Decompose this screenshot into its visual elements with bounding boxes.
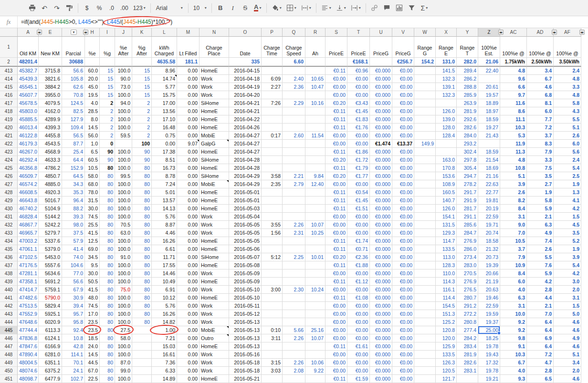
cell-M443[interactable]: 0.00 [177,310,200,318]
cell-P423[interactable] [262,148,283,156]
cell-T421[interactable]: €0.00 [347,132,370,140]
cell-U435[interactable]: €0.000 [370,245,392,253]
cell-Z414[interactable] [478,75,500,83]
cell-J428[interactable]: 100.0 [115,188,132,197]
cell-Q434[interactable] [283,237,305,245]
cell-J426[interactable]: 99.5 [115,172,132,180]
cell-R442[interactable] [305,302,326,310]
row-number-448[interactable]: 448 [0,351,18,359]
cell-O441[interactable]: 2016-05-10 [229,294,262,302]
cell-L415[interactable]: 5.77 [152,83,177,91]
cell-V417[interactable]: €0.00 [392,99,414,107]
cell-H442[interactable]: 74.5 [85,302,100,310]
cell-V427[interactable]: €0.00 [392,180,414,188]
cell-W437[interactable] [414,261,436,269]
cell-AF415[interactable]: 3.3 [554,83,581,91]
cell-AC430[interactable]: 8.4 [500,205,527,213]
cell-E432[interactable]: 5242.2 [39,221,62,229]
column-header-R[interactable]: R [305,28,326,37]
row-number-445[interactable]: 445 [0,326,18,334]
format-currency-button[interactable]: $ [81,2,93,14]
cell-O415[interactable]: 2016-04-19 [229,83,262,91]
cell-E451[interactable]: 6477.9 [39,375,62,383]
cell-AF413[interactable]: 2.4 [554,67,581,75]
cell-P446[interactable]: 3:11 [262,334,283,342]
cell-Q424[interactable] [283,156,305,164]
cell-N427[interactable]: MobiE [200,180,229,188]
cell-A440[interactable]: 47414.7 [18,286,39,294]
cell-W424[interactable] [414,156,436,164]
cell-N428[interactable]: HomeE [200,188,229,197]
cell-AD2[interactable]: 2.50kWh [527,58,554,67]
cell-Y423[interactable]: 302.4 [457,148,478,156]
cell-AF448[interactable]: 5.1 [554,351,581,359]
cell-AD418[interactable]: 6.0 [527,107,554,115]
cell-O425[interactable]: 2016-04-28 [229,164,262,172]
header-cell-J1[interactable]: %e After [115,37,132,58]
cell-S438[interactable]: €0.00 [326,269,347,278]
cell-U425[interactable]: €0.000 [370,164,392,172]
cell-J449[interactable]: 87.0 [115,359,132,367]
cell-G429[interactable]: 96.4 [62,197,85,205]
cell-N435[interactable]: HomeE [200,245,229,253]
cell-M449[interactable]: 0.00 [177,359,200,367]
cell-Z438[interactable]: 20.66 [478,269,500,278]
cell-AD436[interactable]: 5.5 [527,253,554,261]
cell-S429[interactable]: €0.11 [326,197,347,205]
cell-K442[interactable]: 80 [132,302,152,310]
cell-R432[interactable]: 10.07 [305,221,326,229]
cell-G449[interactable]: 70.1 [62,359,85,367]
cell-Q414[interactable]: 2.40 [283,75,305,83]
cell-E415[interactable]: 3884.2 [39,83,62,91]
cell-I443[interactable]: 80 [100,310,115,318]
cell-AD440[interactable]: 2.8 [527,286,554,294]
format-percent-button[interactable]: % [94,2,105,14]
formula-text[interactable]: =if(and(J445-H445>0, L445<>""), L445/(J4… [18,16,588,28]
cell-P450[interactable]: 3:03 [262,367,283,375]
cell-S449[interactable]: €0.00 [326,359,347,367]
cell-K416[interactable]: 15 [132,91,152,99]
cell-H415[interactable]: 45.0 [85,83,100,91]
cell-Y413[interactable]: 289.4 [457,67,478,75]
cell-L414[interactable]: 14.74 [152,75,177,83]
cell-AF427[interactable]: 1.9 [554,180,581,188]
cell-N413[interactable]: HomeE [200,67,229,75]
cell-AF445[interactable]: 4.6 [554,326,581,334]
cell-AF451[interactable]: 4.6 [554,375,581,383]
cell-AD427[interactable]: 2.7 [527,180,554,188]
cell-J445[interactable]: 27.5 [115,326,132,334]
cell-W436[interactable] [414,253,436,261]
cell-G413[interactable]: 56.6 [62,67,85,75]
cell-W446[interactable] [414,334,436,342]
cell-H416[interactable]: 19.5 [85,91,100,99]
cell-AC439[interactable]: 6.0 [500,278,527,286]
cell-H434[interactable]: 12.5 [85,237,100,245]
cell-M421[interactable]: 0.00 [177,132,200,140]
cell-T438[interactable]: €0.00 [347,269,370,278]
cell-X414[interactable]: 132.3 [436,75,457,83]
cell-X448[interactable]: 133.5 [436,351,457,359]
cell-G425[interactable]: 152.9 [62,164,85,172]
cell-Y416[interactable]: 285.9 [457,91,478,99]
cell-E448[interactable]: 6281.0 [39,351,62,359]
cell-U2[interactable] [370,58,392,67]
cell-Z418[interactable]: 18.97 [478,107,500,115]
cell-N414[interactable]: Work [200,75,229,83]
cell-O445[interactable]: 2016-05-13 [229,326,262,334]
cell-Z417[interactable]: 18.89 [478,99,500,107]
cell-AD448[interactable]: 7.2 [527,351,554,359]
cell-E434[interactable]: 5337.6 [39,237,62,245]
cell-E438[interactable]: 5634.6 [39,269,62,278]
row-number-417[interactable]: 417 [0,99,18,107]
cell-Y450[interactable]: 283.1 [457,367,478,375]
cell-G422[interactable]: 87.7 [62,140,85,148]
cell-V447[interactable]: €0.00 [392,342,414,351]
cell-V442[interactable]: €0.00 [392,302,414,310]
cell-H420[interactable]: 14.5 [85,124,100,132]
cell-V429[interactable]: €0.00 [392,197,414,205]
cell-Q432[interactable]: 2.26 [283,221,305,229]
cell-K414[interactable]: 15 [132,75,152,83]
cell-R441[interactable] [305,294,326,302]
cell-AF450[interactable]: 2.0 [554,367,581,375]
cell-G451[interactable]: 102.7 [62,375,85,383]
